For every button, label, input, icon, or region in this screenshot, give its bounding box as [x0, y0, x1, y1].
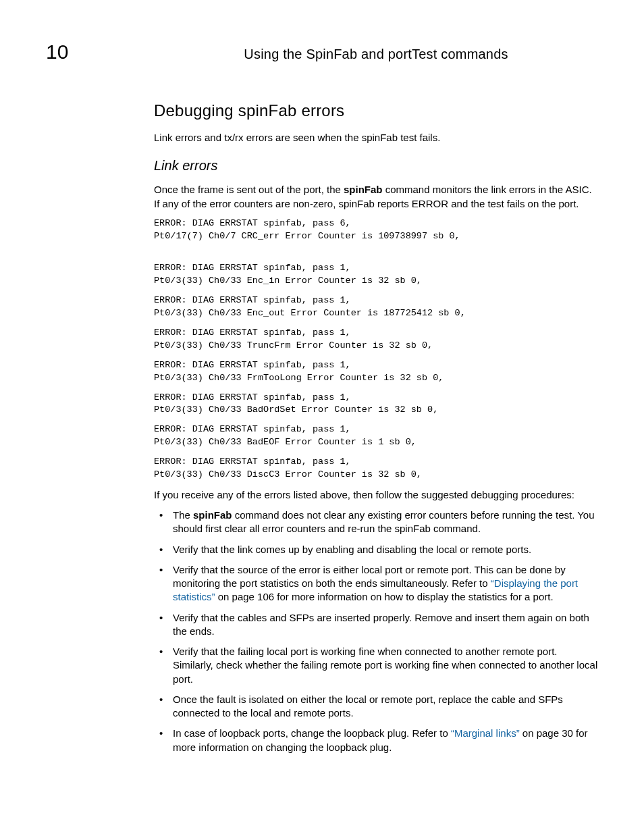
code-block: ERROR: DIAG ERRSTAT spinfab, pass 1, Pt0… [154, 456, 598, 481]
subsection-title: Link errors [154, 158, 598, 174]
command-name: spinFab [344, 184, 383, 195]
text-run: on page 106 for more information on how … [215, 591, 554, 602]
code-block: ERROR: DIAG ERRSTAT spinfab, pass 1, Pt0… [154, 392, 598, 417]
page: 10 Using the SpinFab and portTest comman… [0, 0, 644, 802]
code-block: ERROR: DIAG ERRSTAT spinfab, pass 1, Pt0… [154, 327, 598, 353]
text-run: In case of loopback ports, change the lo… [173, 727, 451, 739]
text-run: The [173, 509, 193, 521]
list-item: Once the fault is isolated on either the… [154, 693, 598, 721]
after-code-paragraph: If you receive any of the errors listed … [154, 488, 598, 502]
text-run: Once the frame is sent out of the port, … [154, 184, 344, 195]
list-item: Verify that the source of the error is e… [154, 563, 598, 604]
bullet-list: The spinFab command does not clear any e… [154, 509, 598, 754]
running-head: Using the SpinFab and portTest commands [154, 47, 598, 62]
list-item: The spinFab command does not clear any e… [154, 509, 598, 536]
list-item: Verify that the failing local port is wo… [154, 645, 598, 686]
code-block: ERROR: DIAG ERRSTAT spinfab, pass 1, Pt0… [154, 294, 598, 320]
code-block: ERROR: DIAG ERRSTAT spinfab, pass 1, Pt0… [154, 359, 598, 385]
text-run: command does not clear any existing erro… [173, 509, 595, 534]
code-block: ERROR: DIAG ERRSTAT spinfab, pass 1, Pt0… [154, 262, 598, 288]
content-area: Debugging spinFab errors Link errors and… [154, 101, 598, 754]
subsection-paragraph: Once the frame is sent out of the port, … [154, 183, 598, 211]
list-item: Verify that the link comes up by enablin… [154, 543, 598, 556]
list-item: Verify that the cables and SFPs are inse… [154, 611, 598, 639]
page-header: 10 Using the SpinFab and portTest comman… [46, 41, 598, 63]
list-item: In case of loopback ports, change the lo… [154, 727, 598, 754]
code-block: ERROR: DIAG ERRSTAT spinfab, pass 6, Pt0… [154, 217, 598, 256]
chapter-number: 10 [46, 41, 154, 63]
code-block: ERROR: DIAG ERRSTAT spinfab, pass 1, Pt0… [154, 423, 598, 449]
command-name: spinFab [193, 509, 232, 521]
section-title: Debugging spinFab errors [154, 101, 598, 120]
cross-reference-link[interactable]: “Marginal links” [451, 727, 520, 739]
intro-paragraph: Link errors and tx/rx errors are seen wh… [154, 131, 598, 145]
